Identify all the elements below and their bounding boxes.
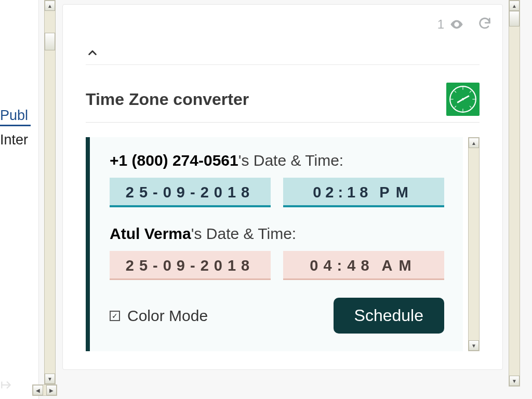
entry-a-time-input[interactable]: 02:18PM xyxy=(283,178,444,207)
scroll-up-button[interactable]: ▲ xyxy=(509,1,520,11)
entry-a-ampm: PM xyxy=(372,184,415,201)
svg-point-0 xyxy=(456,23,458,26)
scroll-thumb[interactable] xyxy=(509,11,520,26)
entry-b-time-value: 04:48 xyxy=(310,257,374,274)
widget-title: Time Zone converter xyxy=(86,90,249,109)
scroll-down-button[interactable]: ▼ xyxy=(45,374,55,384)
arrow-icon xyxy=(0,378,14,392)
entry-a-suffix: 's Date & Time: xyxy=(238,152,343,169)
checkbox-icon: ✓ xyxy=(110,311,120,321)
scroll-up-button[interactable]: ▲ xyxy=(45,1,55,11)
entry-a-label: +1 (800) 274-0561's Date & Time: xyxy=(110,152,444,169)
view-count-value: 1 xyxy=(437,17,444,32)
scroll-right-button[interactable]: ▶ xyxy=(46,385,57,395)
entry-b-suffix: 's Date & Time: xyxy=(191,225,296,242)
view-count: 1 xyxy=(437,17,464,32)
scroll-thumb[interactable] xyxy=(45,33,55,50)
collapse-toggle[interactable] xyxy=(86,46,99,60)
scroll-up-button[interactable]: ▲ xyxy=(469,138,479,148)
scrollbar-vertical[interactable]: ▲ ▼ xyxy=(509,0,520,387)
entry-a-time-value: 02:18 xyxy=(313,184,372,201)
scrollbar-horizontal[interactable]: ◀ ▶ xyxy=(32,384,57,396)
reload-button[interactable] xyxy=(476,15,493,32)
scroll-left-button[interactable]: ◀ xyxy=(33,385,43,395)
scrollbar-vertical[interactable]: ▲ ▼ xyxy=(44,0,56,384)
panel-scrollbar[interactable]: ▲ ▼ xyxy=(468,137,480,351)
side-nav: Publ Inter xyxy=(0,0,39,399)
entry-b-label: Atul Verma's Date & Time: xyxy=(110,225,444,243)
svg-point-12 xyxy=(462,98,464,100)
schedule-button[interactable]: Schedule xyxy=(334,298,444,334)
entry-a-who: +1 (800) 274-0561 xyxy=(110,152,238,169)
scroll-down-button[interactable]: ▼ xyxy=(509,376,520,386)
entry-b-date-input[interactable]: 25-09-2018 xyxy=(110,251,271,280)
scroll-down-button[interactable]: ▼ xyxy=(469,340,479,351)
widget-card: 1 xyxy=(62,4,503,370)
entry-b-who: Atul Verma xyxy=(110,225,191,242)
converter-panel: +1 (800) 274-0561's Date & Time: 25-09-2… xyxy=(86,137,463,351)
entry-b-time-input[interactable]: 04:48AM xyxy=(283,251,444,280)
color-mode-toggle[interactable]: ✓ Color Mode xyxy=(110,307,208,325)
clock-icon xyxy=(446,83,480,116)
eye-icon xyxy=(449,17,464,32)
entry-b-ampm: AM xyxy=(375,257,418,274)
nav-item-internal[interactable]: Inter xyxy=(0,131,31,149)
entry-a-date-input[interactable]: 25-09-2018 xyxy=(110,178,271,207)
color-mode-label: Color Mode xyxy=(127,307,208,325)
nav-item-publish[interactable]: Publ xyxy=(0,107,31,126)
